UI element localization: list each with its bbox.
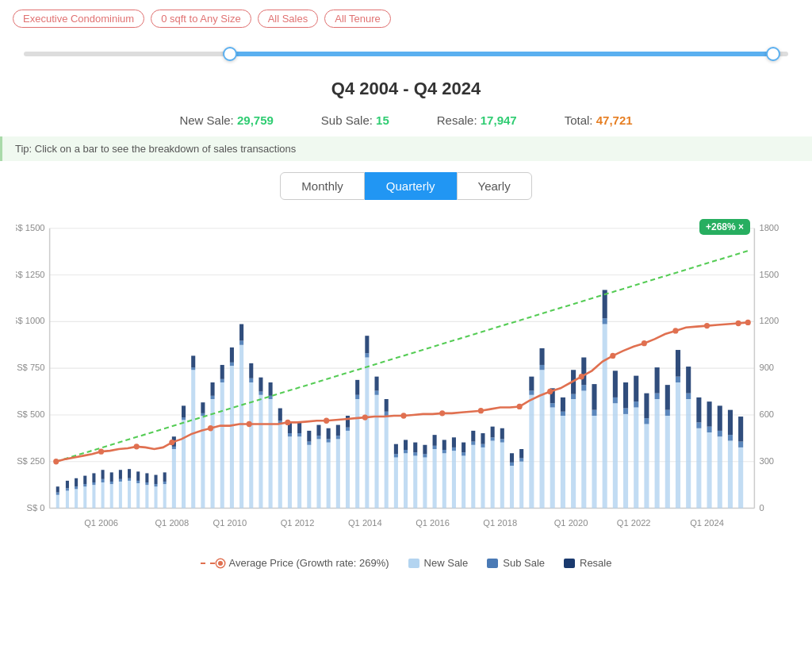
svg-text:900: 900 [759, 363, 774, 372]
svg-rect-211 [655, 394, 660, 399]
resale-stat: Resale: 17,947 [437, 113, 517, 127]
tab-monthly[interactable]: Monthly [280, 172, 365, 200]
svg-point-254 [642, 340, 647, 346]
svg-text:1200: 1200 [759, 316, 779, 325]
svg-rect-176 [529, 377, 534, 391]
svg-rect-190 [581, 385, 586, 390]
svg-rect-91 [259, 392, 262, 395]
svg-rect-129 [385, 416, 389, 509]
svg-rect-236 [738, 417, 743, 442]
svg-point-239 [98, 448, 104, 454]
svg-rect-230 [718, 405, 722, 431]
svg-rect-92 [259, 378, 262, 392]
svg-point-245 [324, 418, 329, 424]
svg-rect-209 [644, 394, 649, 419]
tab-quarterly[interactable]: Quarterly [365, 172, 457, 200]
svg-rect-54 [145, 485, 148, 508]
svg-text:1800: 1800 [759, 223, 779, 232]
svg-text:S$ 1250: S$ 1250 [16, 270, 45, 279]
svg-rect-142 [423, 454, 427, 457]
svg-rect-74 [201, 402, 205, 413]
svg-point-249 [478, 408, 484, 413]
svg-rect-198 [613, 403, 618, 508]
svg-rect-201 [623, 414, 628, 509]
svg-point-258 [745, 320, 751, 325]
svg-rect-228 [718, 436, 722, 508]
svg-rect-161 [481, 433, 485, 444]
svg-rect-103 [297, 433, 301, 436]
svg-rect-33 [83, 486, 86, 508]
svg-rect-127 [375, 391, 379, 395]
svg-text:S$ 1500: S$ 1500 [16, 223, 45, 232]
svg-text:Q1 2024: Q1 2024 [690, 517, 724, 527]
svg-rect-139 [413, 452, 417, 455]
svg-point-250 [517, 404, 523, 409]
svg-rect-152 [452, 437, 456, 447]
svg-rect-110 [316, 425, 320, 436]
svg-rect-196 [603, 318, 607, 324]
filter-tag[interactable]: All Sales [258, 10, 319, 28]
filter-tag[interactable]: All Tenure [324, 10, 391, 28]
svg-rect-179 [539, 348, 544, 365]
svg-rect-186 [571, 399, 576, 509]
svg-rect-34 [83, 484, 86, 486]
svg-rect-93 [269, 399, 273, 509]
svg-rect-116 [336, 425, 340, 436]
svg-rect-133 [394, 454, 398, 457]
svg-rect-165 [500, 443, 504, 509]
svg-rect-223 [696, 422, 701, 428]
svg-rect-214 [665, 410, 670, 416]
svg-rect-135 [404, 453, 408, 508]
svg-rect-234 [738, 447, 743, 509]
svg-rect-32 [75, 478, 78, 487]
date-range-slider[interactable] [0, 37, 812, 71]
svg-rect-39 [102, 482, 105, 509]
svg-rect-77 [211, 382, 215, 396]
tab-yearly[interactable]: Yearly [457, 172, 532, 200]
svg-rect-28 [66, 488, 69, 490]
svg-rect-83 [230, 348, 234, 363]
svg-rect-203 [623, 382, 628, 409]
svg-rect-95 [269, 382, 273, 396]
svg-text:Q1 2012: Q1 2012 [281, 517, 315, 527]
svg-rect-185 [561, 397, 565, 412]
svg-rect-51 [136, 483, 140, 509]
svg-text:Q1 2010: Q1 2010 [213, 517, 247, 527]
svg-rect-137 [404, 440, 408, 450]
filter-tag[interactable]: Executive Condominium [13, 10, 144, 28]
svg-rect-96 [278, 424, 282, 509]
svg-rect-119 [346, 416, 350, 428]
svg-rect-171 [519, 462, 523, 509]
svg-rect-184 [561, 412, 565, 416]
svg-text:Q1 2020: Q1 2020 [554, 517, 588, 527]
svg-rect-123 [365, 358, 369, 509]
svg-rect-118 [346, 428, 350, 431]
svg-rect-195 [603, 324, 607, 509]
svg-rect-62 [163, 472, 167, 482]
svg-rect-42 [110, 484, 113, 508]
svg-rect-204 [634, 408, 638, 509]
svg-point-253 [610, 353, 615, 359]
svg-rect-81 [230, 366, 234, 509]
svg-rect-141 [423, 458, 427, 509]
svg-rect-159 [481, 447, 485, 509]
svg-rect-109 [316, 436, 320, 439]
svg-rect-89 [249, 363, 253, 378]
svg-point-243 [247, 421, 252, 427]
svg-rect-208 [644, 418, 649, 424]
svg-rect-172 [519, 459, 523, 462]
svg-rect-120 [355, 399, 359, 509]
svg-rect-212 [655, 367, 660, 394]
svg-rect-181 [550, 403, 555, 407]
svg-rect-154 [462, 452, 465, 455]
svg-rect-143 [423, 445, 427, 455]
tip-bar: Tip: Click on a bar to see the breakdown… [0, 136, 812, 161]
svg-rect-73 [201, 413, 205, 416]
svg-rect-144 [433, 449, 437, 509]
svg-rect-111 [327, 443, 331, 509]
svg-rect-231 [728, 441, 733, 509]
svg-rect-69 [191, 370, 195, 508]
svg-point-257 [736, 321, 741, 326]
svg-rect-224 [696, 397, 701, 423]
filter-tag[interactable]: 0 sqft to Any Size [151, 10, 251, 28]
